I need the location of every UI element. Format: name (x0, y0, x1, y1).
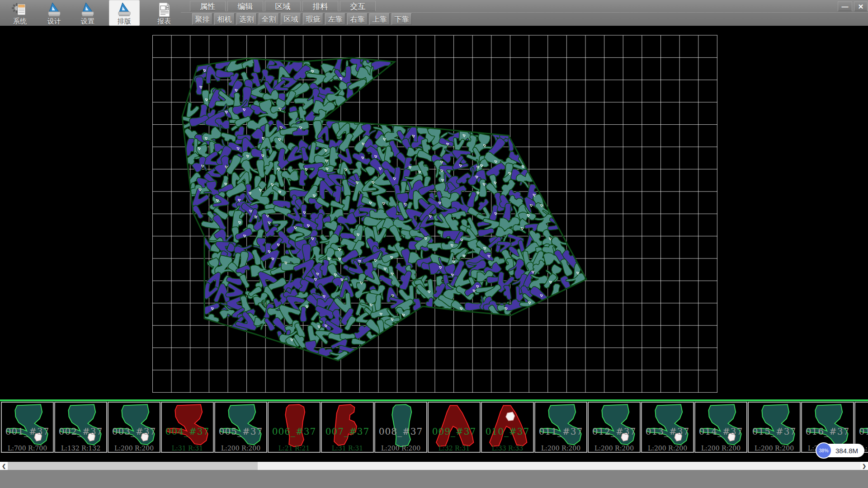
nesting-app-window: 系统设计设置排版报表 属性编辑区域排料交互 聚排相机选割全割区域瑕疵左靠右靠上靠… (0, 0, 868, 488)
piece-shape (535, 403, 586, 450)
menu-tab-排料[interactable]: 排料 (302, 1, 338, 11)
piece-shape (695, 403, 746, 450)
main-button-label: 报表 (157, 17, 171, 26)
piece-shape (429, 403, 480, 450)
action-button-左靠[interactable]: 左靠 (325, 13, 345, 25)
piece-cell-list: 001_#37L:700 R:700002_#37L:132 R:132003_… (1, 402, 868, 453)
action-button-相机[interactable]: 相机 (214, 13, 235, 25)
piece-thumbnail-strip: 001_#37L:700 R:700002_#37L:132 R:132003_… (0, 399, 868, 462)
horizontal-scrollbar[interactable]: ❮ ❯ (0, 462, 868, 470)
piece-cell-007_#37[interactable]: 007_#37L:31 R:31 (321, 402, 374, 453)
piece-shape (55, 403, 106, 450)
main-button-label: 系统 (13, 17, 27, 26)
piece-shape (322, 403, 373, 450)
action-button-区域[interactable]: 区域 (281, 13, 301, 25)
piece-cell-015_#37[interactable]: 015_#37L:200 R:200 (748, 402, 801, 453)
piece-shape (108, 403, 160, 450)
memory-percent-indicator: 38% (816, 442, 832, 459)
action-button-全割[interactable]: 全割 (259, 13, 279, 25)
action-button-右靠[interactable]: 右靠 (347, 13, 368, 25)
menu-tab-编辑[interactable]: 编辑 (227, 1, 263, 11)
main-button-排版[interactable]: 排版 (109, 0, 140, 26)
set-square-icon (80, 1, 95, 17)
menu-tab-属性[interactable]: 属性 (190, 1, 226, 11)
main-button-系统[interactable]: 系统 (5, 0, 35, 26)
action-button-下靠[interactable]: 下靠 (392, 13, 412, 25)
piece-shape (589, 403, 640, 450)
piece-cell-013_#37[interactable]: 013_#37L:200 R:200 (641, 402, 694, 453)
main-button-label: 排版 (118, 17, 131, 26)
action-button-瑕疵[interactable]: 瑕疵 (303, 13, 323, 25)
nesting-canvas-area[interactable] (0, 26, 868, 399)
set-square-icon (47, 1, 62, 17)
minimize-button[interactable]: — (838, 1, 852, 11)
piece-cell-006_#37[interactable]: 006_#37L:21 R:21 (268, 402, 321, 453)
piece-cell-011_#37[interactable]: 011_#37L:200 R:200 (534, 402, 587, 453)
action-button-上靠[interactable]: 上靠 (369, 13, 390, 25)
scrollbar-thumb[interactable] (8, 462, 258, 470)
memory-amount: 384.8M (835, 447, 858, 455)
piece-shape (375, 403, 426, 450)
main-button-设置[interactable]: 设置 (72, 0, 103, 26)
main-button-报表[interactable]: 报表 (149, 0, 179, 26)
nesting-canvas[interactable] (0, 26, 868, 399)
toolbar-divider (181, 12, 868, 13)
piece-shape (162, 403, 213, 450)
piece-shape (215, 403, 266, 450)
piece-cell-012_#37[interactable]: 012_#37L:200 R:200 (588, 402, 641, 453)
scroll-left-button[interactable]: ❮ (0, 462, 8, 470)
piece-cell-010_#37[interactable]: 010_#37L:33 R:33 (481, 402, 534, 453)
nested-pieces (181, 50, 585, 370)
main-button-设计[interactable]: 设计 (39, 0, 70, 26)
piece-cell-008_#37[interactable]: 008_#37L:200 R:200 (374, 402, 427, 453)
main-button-label: 设置 (81, 17, 94, 26)
piece-cell-002_#37[interactable]: 002_#37L:132 R:132 (54, 402, 107, 453)
piece-cell-003_#37[interactable]: 003_#37L:200 R:200 (108, 402, 160, 453)
system-gear-icon (12, 1, 28, 17)
piece-shape (642, 403, 693, 450)
piece-shape (482, 403, 533, 450)
main-button-label: 设计 (47, 17, 61, 26)
piece-cell-014_#37[interactable]: 014_#37L:200 R:200 (694, 402, 747, 453)
piece-cell-009_#37[interactable]: 009_#37L:32 R:31 (428, 402, 481, 453)
action-button-聚排[interactable]: 聚排 (192, 13, 212, 25)
scroll-right-button[interactable]: ❯ (860, 462, 868, 470)
piece-shape (269, 403, 320, 450)
memory-usage-badge[interactable]: 38% 384.8M (816, 444, 864, 457)
piece-cell-004_#37[interactable]: 004_#37L:31 R:31 (161, 402, 214, 453)
piece-shape (749, 403, 800, 450)
action-button-选割[interactable]: 选割 (236, 13, 257, 25)
report-doc-icon (156, 1, 172, 17)
piece-cell-005_#37[interactable]: 005_#37L:200 R:200 (214, 402, 267, 453)
close-button[interactable]: ✕ (854, 1, 868, 11)
status-bar (0, 470, 868, 488)
piece-cell-001_#37[interactable]: 001_#37L:700 R:700 (1, 402, 54, 453)
memory-percent: 38% (819, 448, 828, 453)
piece-shape (2, 403, 53, 450)
piece-shape (855, 403, 868, 450)
set-square-icon (117, 1, 132, 17)
menu-tab-交互[interactable]: 交互 (340, 1, 376, 11)
menu-tab-区域[interactable]: 区域 (265, 1, 301, 11)
toolbar: 系统设计设置排版报表 属性编辑区域排料交互 聚排相机选割全割区域瑕疵左靠右靠上靠… (0, 0, 868, 26)
